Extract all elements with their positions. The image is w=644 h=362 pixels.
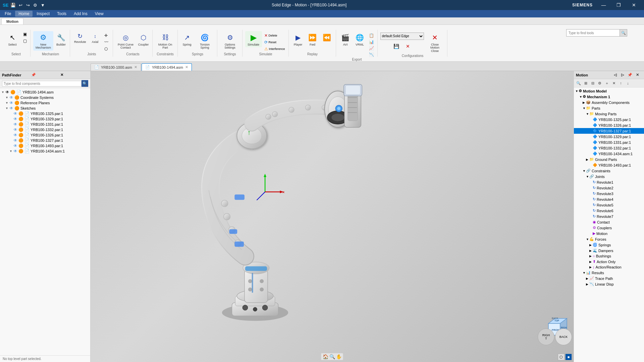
mt-toolbar-btn3[interactable]: 📌 [627,72,633,78]
corner-btn-1[interactable]: ⬡ [558,354,565,360]
config-close-button[interactable]: ✕ [402,41,413,51]
mt-btn-delete[interactable]: ✕ [610,80,617,86]
mt-moving-parts[interactable]: ▼ 📁 Moving Parts [574,111,644,117]
mt-toolbar-btn1[interactable]: ◁ [612,72,619,78]
export-btn-2[interactable]: 📊 [368,39,375,45]
close-motion-button[interactable]: ✕ Close Motion Close [425,31,445,54]
pathfinder-pin-icon[interactable]: 📌 [31,73,59,77]
mt-revolute6[interactable]: ↻ Revolute6 [574,208,644,214]
close-button[interactable]: ✕ [626,0,641,10]
tree-item-part1493[interactable]: 👁 🟠 📄 YRB100-1493.par:1 [0,143,90,148]
mt-revolute2[interactable]: ↻ Revolute2 [574,185,644,191]
tree-item-part1332[interactable]: 👁 🟠 📄 YRB100-1332.par:1 [0,127,90,132]
doc-tab-0[interactable]: 📄 YRB100-1000.asm ✕ [91,63,141,71]
vrml-button[interactable]: 🌐 VRML [353,31,367,48]
mt-part-1325[interactable]: 🔷 YRB100-1325.par:1 [574,117,644,122]
mt-action-reaction[interactable]: ▶ ↕ Action/Reaction [574,264,644,270]
tree-toggle-root[interactable]: ▼ [1,90,5,94]
menu-addins[interactable]: Add Ins [70,11,91,17]
mt-btn-filter[interactable]: 🔍 [575,80,582,86]
mt-joints[interactable]: ▼ 🔗 Joints [574,174,644,179]
mt-forces[interactable]: ▼ 💪 Forces [574,236,644,242]
mt-revolute3[interactable]: ↻ Revolute3 [574,191,644,196]
doc-tab-1[interactable]: 📄 YRB100-1494.asm ✕ [142,63,192,71]
select-mode-2[interactable]: ▢ [22,38,28,44]
doc-tab-close-0[interactable]: ✕ [134,65,137,69]
tree-item-root[interactable]: ▼ 👁 🟠 📄 YRB100-1494.asm [0,89,90,95]
pathfinder-search-button[interactable]: 🔍 [82,80,88,87]
mt-springs[interactable]: ▶ 🌀 Springs [574,242,644,248]
mt-part-1329[interactable]: 🔷 YRB100-1329.par:1 [574,134,644,139]
pathfinder-tree[interactable]: ▼ 👁 🟠 📄 YRB100-1494.asm ▼ 👁 🟠 Coordinate… [0,88,90,355]
mt-revolute1[interactable]: ↻ Revolute1 [574,179,644,185]
mt-contact[interactable]: ◉ Contact [574,219,644,225]
pathfinder-close-icon[interactable]: ✕ [60,73,88,77]
mt-part-1326[interactable]: 🔷 YRB100-1326.par:1 [574,122,644,128]
mt-part-1332[interactable]: 🔷 YRB100-1332.par:1 [574,145,644,151]
mt-linear-disp[interactable]: ▶ 📉 Linear Disp [574,281,644,287]
point-curve-contact-button[interactable]: ◎ Point Curve Contact [116,31,136,51]
tool-search-input[interactable] [566,29,620,37]
menu-home[interactable]: Home [15,11,33,17]
tree-toggle-sketches[interactable]: ▼ [5,107,9,110]
spring-button[interactable]: ↗ Spring [180,31,194,48]
mt-revolute5[interactable]: ↻ Revolute5 [574,202,644,208]
mt-toolbar-btn4[interactable]: ✕ [634,72,641,78]
tool-search-icon[interactable]: 🔍 [620,29,627,37]
tree-item-part1329[interactable]: 👁 🟠 📄 YRB100-1329.par:1 [0,116,90,122]
maximize-button[interactable]: ❐ [611,0,626,10]
mt-part-1434[interactable]: 🔷 YRB100-1434.asm:1 [574,151,644,157]
mt-btn-collapse[interactable]: ⊟ [589,80,596,86]
revolute-button[interactable]: ↻ Revolute [73,31,88,45]
save-icon[interactable]: 💾 [10,2,16,8]
doc-tab-close-1[interactable]: ✕ [185,65,188,69]
options-settings-button[interactable]: ⚙ Options Settings [220,31,240,51]
mt-part-1331[interactable]: 🔷 YRB100-1331.par:1 [574,139,644,145]
mt-assembly-components[interactable]: ▶ 📦 Assembly Components [574,100,644,105]
mt-btn-expand[interactable]: ⊞ [582,80,589,86]
mt-revolute7[interactable]: ↻ Revolute7 [574,214,644,219]
mt-btn-add[interactable]: ＋ [603,80,610,86]
menu-tools[interactable]: Tools [54,11,70,17]
torsion-spring-button[interactable]: 🌀 Torsion Spring [195,31,215,51]
coupler-button[interactable]: ⬡ Coupler [137,31,150,48]
tree-item-refplanes[interactable]: ▼ 👁 🟠 Reference Planes [0,100,90,106]
tree-item-asm1434[interactable]: ▼ 👁 🟠 📄 YRB100-1434.asm:1 [0,148,90,154]
tree-item-part1326[interactable]: 👁 🟠 📄 YRB100-1326.par:1 [0,132,90,138]
reset-button[interactable]: ⟳ Reset [263,39,286,45]
joint-btn-5[interactable]: ⬡ [103,46,111,52]
viewport[interactable]: ↑ [91,71,574,362]
motion-tree[interactable]: ▼ ⚙ Motion Model ▼ ⚙ Mechanism 1 ▶ 📦 Ass… [574,87,644,362]
menu-file[interactable]: File [1,11,14,17]
joint-btn-3[interactable]: ✛ [103,33,111,39]
config-save-button[interactable]: 💾 [391,41,402,51]
fwd-button[interactable]: ⏩ Fwd [306,31,319,48]
tree-item-part1331[interactable]: 👁 🟠 📄 YRB100-1331.par:1 [0,122,90,127]
mt-motion[interactable]: ▶ Motion [574,231,644,236]
tree-item-sketches[interactable]: ▼ 👁 🟠 Sketches [0,106,90,111]
more-icon[interactable]: ▼ [39,2,46,8]
mt-bushings[interactable]: ▶ ○ Bushings [574,253,644,259]
mt-couplers[interactable]: ⚙ Couplers [574,225,644,231]
mt-part-1493[interactable]: 🔶 YRB100-1493.par:1 [574,162,644,168]
mt-revolute4[interactable]: ↻ Revolute4 [574,196,644,202]
tree-item-part1327[interactable]: 👁 🟠 📄 YRB100-1327.par:1 [0,138,90,143]
export-btn-1[interactable]: 📋 [368,33,375,39]
mt-btn-down[interactable]: ↓ [625,80,631,86]
mt-btn-settings[interactable]: ⚙ [596,80,603,86]
mt-toolbar-btn2[interactable]: ▷ [619,72,626,78]
delete-button[interactable]: ✕ Delete [263,33,286,39]
nav-right-button[interactable]: RIGHT [538,328,554,345]
motion-on-part-button[interactable]: ⛓ Motion On Part [155,31,175,51]
avi-button[interactable]: 🎬 AVI [339,31,352,48]
ribbon-tab-motion[interactable]: Motion [1,18,23,24]
back-button[interactable]: ⏪ [320,31,334,44]
tree-toggle-coordsys[interactable]: ▼ [5,96,9,99]
redo-icon[interactable]: ↪ [24,2,31,8]
select-mode-1[interactable]: ▣ [22,31,28,37]
joint-btn-4[interactable]: 〰 [103,39,111,45]
select-button[interactable]: ↖ Select [4,31,21,48]
settings-icon[interactable]: ⚙ [32,2,39,8]
export-btn-3[interactable]: 📈 [368,45,375,51]
tree-toggle-refplanes[interactable]: ▼ [5,101,9,105]
